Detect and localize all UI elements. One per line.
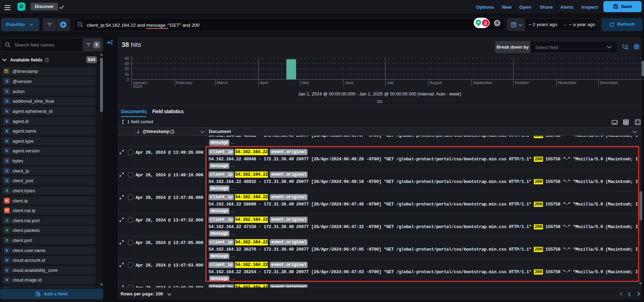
svg-text:10: 10 [124,72,129,76]
svg-text:October: October [515,81,529,85]
svg-text:August: August [430,81,443,85]
svg-text:September: September [473,81,492,85]
svg-text:2024: 2024 [133,84,142,89]
svg-text:January: January [133,81,147,85]
svg-text:30: 30 [124,61,129,66]
svg-text:20: 20 [124,67,129,71]
svg-text:40: 40 [124,56,129,60]
svg-text:February: February [176,81,192,85]
svg-text:July: July [387,81,394,85]
svg-text:March: March [217,81,228,85]
svg-text:June: June [345,81,353,85]
svg-text:November: November [558,81,577,85]
svg-text:May: May [302,81,309,85]
svg-text:2: 2 [484,20,487,26]
svg-text:0: 0 [127,77,129,82]
svg-text:December: December [600,81,618,85]
svg-text:April: April [260,81,268,85]
